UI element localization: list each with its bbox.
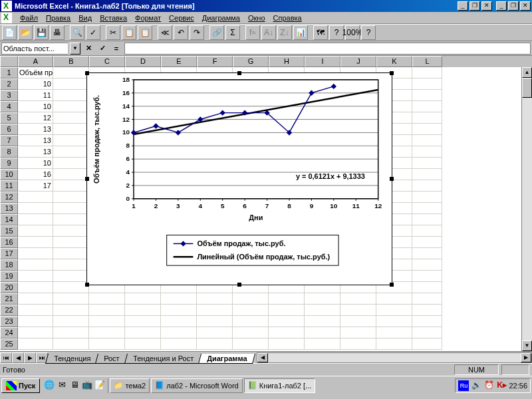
cell[interactable]	[18, 225, 53, 237]
row-header[interactable]: 9	[0, 158, 18, 169]
volume-icon[interactable]: 🔊	[471, 380, 481, 391]
cell[interactable]	[233, 316, 269, 327]
cell[interactable]	[233, 338, 269, 350]
cell[interactable]	[412, 101, 442, 112]
toolbar-button[interactable]: 🖶	[50, 25, 65, 40]
cell[interactable]	[18, 316, 53, 327]
clock-icon[interactable]: ⏰	[483, 380, 494, 391]
close-button[interactable]: ✕	[520, 1, 531, 11]
taskbar-item[interactable]: 📗Книга1-лаб2 [...	[244, 378, 316, 393]
cell[interactable]	[305, 305, 340, 316]
cell[interactable]	[53, 327, 89, 338]
cell[interactable]	[340, 338, 376, 350]
cell[interactable]	[233, 305, 269, 316]
cell[interactable]	[305, 338, 340, 350]
cell[interactable]	[340, 316, 376, 327]
chart-handle[interactable]	[237, 283, 241, 287]
start-button[interactable]: Пуск	[1, 378, 40, 393]
row-header[interactable]: 8	[0, 146, 18, 158]
cell[interactable]	[125, 338, 161, 350]
cell[interactable]	[53, 135, 89, 146]
cell[interactable]	[18, 203, 53, 214]
cell[interactable]	[125, 316, 161, 327]
cell[interactable]	[340, 293, 376, 305]
column-header[interactable]: G	[233, 56, 269, 67]
cell[interactable]	[18, 214, 53, 225]
toolbar-button[interactable]: 📋	[138, 25, 152, 40]
toolbar-button[interactable]: Σ	[225, 25, 240, 40]
cell[interactable]	[412, 169, 442, 180]
row-header[interactable]: 21	[0, 293, 18, 305]
row-header[interactable]: 25	[0, 338, 18, 350]
cell[interactable]	[161, 316, 197, 327]
cell[interactable]	[412, 112, 442, 124]
av-icon[interactable]: K▸	[496, 380, 507, 391]
cell[interactable]	[125, 305, 161, 316]
toolbar-button[interactable]: f≈	[245, 25, 260, 40]
cell[interactable]: 10	[18, 101, 53, 112]
cell[interactable]	[412, 248, 442, 259]
row-header[interactable]: 18	[0, 259, 18, 271]
cell[interactable]	[412, 146, 442, 158]
scroll-up-button[interactable]: ▲	[522, 67, 532, 78]
toolbar-button[interactable]: 💾	[34, 25, 49, 40]
row-header[interactable]: 2	[0, 78, 18, 90]
cell[interactable]	[233, 327, 269, 338]
cell[interactable]	[412, 135, 442, 146]
chart-handle[interactable]	[237, 71, 241, 75]
cell[interactable]	[53, 237, 89, 248]
toolbar-button[interactable]: ✓	[86, 25, 100, 40]
cell[interactable]	[53, 259, 89, 271]
menu-format[interactable]: Формат	[131, 14, 165, 22]
quick-launch-icon[interactable]: 🖥	[68, 380, 80, 392]
cell[interactable]	[412, 338, 442, 350]
row-header[interactable]: 15	[0, 225, 18, 237]
column-header[interactable]: A	[18, 56, 53, 67]
cell[interactable]	[53, 271, 89, 282]
cell[interactable]	[412, 316, 442, 327]
taskbar-item[interactable]: 📘лаб2 - Microsoft Word	[151, 378, 243, 393]
sheet-tab[interactable]: Рост	[95, 354, 128, 364]
menu-chart[interactable]: Диаграмма	[198, 14, 244, 22]
row-header[interactable]: 5	[0, 112, 18, 124]
row-header[interactable]: 11	[0, 180, 18, 192]
row-header[interactable]: 12	[0, 192, 18, 203]
cell[interactable]: 10	[18, 158, 53, 169]
chart-handle[interactable]	[85, 71, 89, 75]
cell[interactable]	[412, 225, 442, 237]
cell[interactable]	[233, 293, 269, 305]
column-header[interactable]: K	[376, 56, 412, 67]
cell[interactable]	[412, 271, 442, 282]
cell[interactable]	[18, 248, 53, 259]
cell[interactable]	[53, 180, 89, 192]
toolbar-button[interactable]: ?	[361, 25, 376, 40]
column-header[interactable]: C	[89, 56, 125, 67]
row-header[interactable]: 1	[0, 67, 18, 78]
cell[interactable]	[197, 327, 233, 338]
scroll-left-button[interactable]: ◀	[257, 353, 268, 362]
chart-handle[interactable]	[85, 283, 89, 287]
toolbar-button[interactable]: 🔍	[70, 25, 84, 40]
cell[interactable]	[53, 282, 89, 293]
cell[interactable]	[269, 338, 305, 350]
cell[interactable]	[412, 158, 442, 169]
cell[interactable]	[412, 78, 442, 90]
cell[interactable]	[53, 305, 89, 316]
toolbar-button[interactable]: 🔗	[209, 25, 224, 40]
cell[interactable]: 13	[18, 146, 53, 158]
row-header[interactable]: 6	[0, 124, 18, 135]
row-header[interactable]: 14	[0, 214, 18, 225]
column-header[interactable]: D	[125, 56, 161, 67]
toolbar-button[interactable]: 📂	[18, 25, 33, 40]
vertical-scrollbar[interactable]: ▲ ▼	[521, 67, 532, 351]
toolbar-button[interactable]: 📋	[122, 25, 136, 40]
cell[interactable]	[376, 305, 412, 316]
cell[interactable]	[89, 293, 125, 305]
cell[interactable]	[412, 327, 442, 338]
toolbar-button[interactable]: 📊	[293, 25, 308, 40]
formula-input[interactable]	[124, 43, 531, 55]
cell[interactable]	[18, 293, 53, 305]
cell[interactable]	[412, 180, 442, 192]
cell[interactable]	[18, 305, 53, 316]
column-header[interactable]: H	[269, 56, 305, 67]
